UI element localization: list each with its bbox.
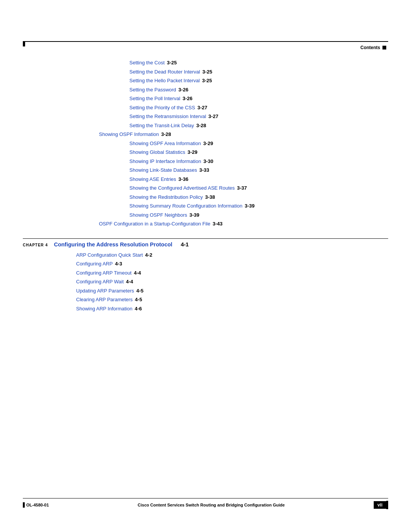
toc-page: 3-30: [203, 158, 213, 165]
footer-content: OL-4580-01 Cisco Content Services Switch…: [23, 501, 388, 509]
list-item: Setting the Dead Router Interval 3-25: [129, 68, 388, 76]
showing-global-stats-link[interactable]: Showing Global Statistics: [129, 149, 185, 156]
toc-page: 3-39: [245, 202, 255, 210]
setting-priority-css-link[interactable]: Setting the Priority of the CSS: [129, 104, 195, 112]
toc-page: 3-26: [183, 95, 193, 102]
chapter4-title[interactable]: Configuring the Address Resolution Proto…: [54, 241, 172, 248]
toc-page: 3-27: [198, 104, 207, 112]
list-item: Setting the Transit-Link Delay 3-28: [129, 122, 388, 129]
footer-page-number: vii: [374, 501, 386, 509]
list-item: Configuring ARP 4-3: [76, 260, 388, 268]
toc-page: 3-29: [203, 140, 213, 147]
toc-page: 3-26: [178, 86, 188, 94]
updating-arp-params-link[interactable]: Updating ARP Parameters: [76, 287, 134, 295]
list-item: OSPF Configuration in a Startup-Configur…: [99, 220, 388, 228]
toc-page: 4-3: [115, 260, 122, 268]
toc-page: 4-6: [135, 305, 142, 313]
footer: OL-4580-01 Cisco Content Services Switch…: [23, 498, 388, 509]
chapter4-heading: CHAPTER 4 Configuring the Address Resolu…: [23, 241, 388, 248]
toc-page: 3-33: [199, 166, 209, 174]
toc-group-level3b: OSPF Configuration in a Startup-Configur…: [23, 220, 388, 228]
chapter-label: CHAPTER 4: [23, 243, 48, 247]
arp-quick-start-link[interactable]: ARP Configuration Quick Start: [76, 251, 143, 259]
toc-page: 4-2: [145, 251, 152, 259]
list-item: Clearing ARP Parameters 4-5: [76, 296, 388, 304]
list-item: Showing OSPF Area Information 3-29: [129, 140, 388, 147]
toc-page: 4-5: [136, 287, 143, 295]
showing-arp-info-link[interactable]: Showing ARP Information: [76, 305, 132, 313]
footer-bar-left-icon: [23, 502, 25, 508]
list-item: Showing Summary Route Configuration Info…: [129, 202, 388, 210]
chapter4-entries: ARP Configuration Quick Start 4-2 Config…: [23, 251, 388, 313]
toc-page: 3-39: [190, 211, 199, 219]
toc-page: 3-43: [213, 220, 223, 228]
configuring-arp-timeout-link[interactable]: Configuring ARP Timeout: [76, 269, 132, 277]
chapter4-title-page: 4-1: [181, 241, 189, 248]
list-item: Setting the Password 3-26: [129, 86, 388, 94]
top-bar-left-mark: [23, 41, 25, 46]
toc-page: 3-29: [188, 149, 198, 156]
footer-right: vii: [374, 501, 388, 509]
footer-left: OL-4580-01: [23, 502, 49, 508]
setting-hello-packet-link[interactable]: Setting the Hello Packet Interval: [129, 77, 200, 85]
list-item: Showing IP Interface Information 3-30: [129, 158, 388, 165]
toc-page: 3-27: [209, 113, 218, 120]
toc-group-level4: Setting the Cost 3-25 Setting the Dead R…: [23, 59, 388, 129]
setting-retransmission-link[interactable]: Setting the Retransmission Interval: [129, 113, 206, 120]
footer-top-line: [23, 498, 388, 498]
showing-redistribution-link[interactable]: Showing the Redistribution Policy: [129, 193, 203, 201]
list-item: Setting the Poll Interval 3-26: [129, 95, 388, 102]
toc-page: 4-4: [134, 269, 141, 277]
toc-page: 3-38: [205, 193, 215, 201]
toc-page: 3-25: [167, 59, 177, 67]
showing-ase-entries-link[interactable]: Showing ASE Entries: [129, 176, 176, 183]
list-item: Updating ARP Parameters 4-5: [76, 287, 388, 295]
showing-ospf-info-link[interactable]: Showing OSPF Information: [99, 131, 159, 138]
list-item: Configuring ARP Wait 4-4: [76, 278, 388, 286]
toc-page: 4-4: [126, 278, 133, 286]
page-container: Contents Setting the Cost 3-25 Setting t…: [0, 0, 411, 532]
list-item: ARP Configuration Quick Start 4-2: [76, 251, 388, 259]
clearing-arp-params-link[interactable]: Clearing ARP Parameters: [76, 296, 133, 304]
setting-poll-interval-link[interactable]: Setting the Poll Interval: [129, 95, 180, 102]
list-item: Showing Global Statistics 3-29: [129, 149, 388, 156]
toc-page: 3-25: [202, 68, 212, 76]
toc-page: 3-36: [178, 176, 188, 183]
showing-ospf-area-link[interactable]: Showing OSPF Area Information: [129, 140, 201, 147]
list-item: Setting the Hello Packet Interval 3-25: [129, 77, 388, 85]
showing-summary-route-link[interactable]: Showing Summary Route Configuration Info…: [129, 202, 242, 210]
showing-ip-interface-link[interactable]: Showing IP Interface Information: [129, 158, 201, 165]
toc-group-level4b: Showing OSPF Area Information 3-29 Showi…: [23, 140, 388, 219]
footer-center-text: Cisco Content Services Switch Routing an…: [138, 503, 285, 507]
list-item: Setting the Retransmission Interval 3-27: [129, 113, 388, 120]
list-item: Configuring ARP Timeout 4-4: [76, 269, 388, 277]
toc-page: 3-28: [196, 122, 206, 129]
top-bar: [23, 41, 388, 42]
list-item: Showing ASE Entries 3-36: [129, 176, 388, 183]
chapter-number: 4: [45, 243, 48, 247]
list-item: Showing OSPF Neighbors 3-39: [129, 211, 388, 219]
list-item: Showing the Redistribution Policy 3-38: [129, 193, 388, 201]
configuring-arp-wait-link[interactable]: Configuring ARP Wait: [76, 278, 124, 286]
setting-password-link[interactable]: Setting the Password: [129, 86, 176, 94]
setting-dead-router-link[interactable]: Setting the Dead Router Interval: [129, 68, 200, 76]
showing-configured-ase-link[interactable]: Showing the Configured Advertised ASE Ro…: [129, 184, 235, 192]
toc-page: 3-25: [202, 77, 212, 85]
setting-transit-link-link[interactable]: Setting the Transit-Link Delay: [129, 122, 194, 129]
toc-group-level3: Showing OSPF Information 3-28: [23, 131, 388, 138]
list-item: Setting the Priority of the CSS 3-27: [129, 104, 388, 112]
toc-content: Setting the Cost 3-25 Setting the Dead R…: [23, 59, 388, 314]
footer-doc-id: OL-4580-01: [26, 503, 49, 507]
showing-link-state-link[interactable]: Showing Link-State Databases: [129, 166, 197, 174]
footer-bar-right-icon: [386, 501, 388, 509]
toc-page: 3-28: [161, 131, 171, 138]
list-item: Showing ARP Information 4-6: [76, 305, 388, 313]
setting-cost-link[interactable]: Setting the Cost: [129, 59, 165, 67]
showing-ospf-neighbors-link[interactable]: Showing OSPF Neighbors: [129, 211, 187, 219]
configuring-arp-link[interactable]: Configuring ARP: [76, 260, 113, 268]
list-item: Showing the Configured Advertised ASE Ro…: [129, 184, 388, 192]
ospf-startup-config-link[interactable]: OSPF Configuration in a Startup-Configur…: [99, 220, 210, 228]
header-contents: Contents: [360, 45, 386, 50]
header-square-icon: [382, 46, 386, 50]
list-item: Setting the Cost 3-25: [129, 59, 388, 67]
